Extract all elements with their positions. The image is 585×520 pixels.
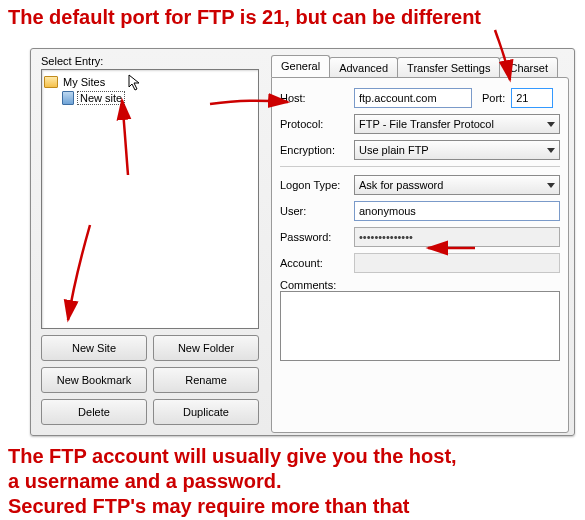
encryption-row: Encryption: Use plain FTP: [280, 140, 560, 160]
host-input[interactable]: [354, 88, 472, 108]
account-input: [354, 253, 560, 273]
button-grid: New Site New Folder New Bookmark Rename …: [41, 335, 259, 425]
tree-root-row[interactable]: My Sites: [44, 74, 256, 90]
server-icon: [62, 91, 74, 105]
encryption-dropdown[interactable]: Use plain FTP: [354, 140, 560, 160]
duplicate-button[interactable]: Duplicate: [153, 399, 259, 425]
new-folder-button[interactable]: New Folder: [153, 335, 259, 361]
user-input[interactable]: [354, 201, 560, 221]
site-manager-dialog: Select Entry: My Sites New site New Site…: [30, 48, 575, 436]
account-row: Account:: [280, 253, 560, 273]
folder-icon: [44, 76, 58, 88]
left-panel: Select Entry: My Sites New site New Site…: [41, 55, 259, 425]
tab-strip: General Advanced Transfer Settings Chars…: [271, 55, 569, 77]
comments-label: Comments:: [280, 279, 560, 291]
host-label: Host:: [280, 92, 348, 104]
right-panel: General Advanced Transfer Settings Chars…: [271, 55, 569, 433]
tree-child-label: New site: [77, 91, 125, 105]
user-label: User:: [280, 205, 348, 217]
tab-advanced[interactable]: Advanced: [329, 57, 398, 77]
password-input[interactable]: [354, 227, 560, 247]
tab-charset[interactable]: Charset: [499, 57, 558, 77]
protocol-dropdown[interactable]: FTP - File Transfer Protocol: [354, 114, 560, 134]
protocol-row: Protocol: FTP - File Transfer Protocol: [280, 114, 560, 134]
annotation-bottom-line2: a username and a password.: [8, 469, 577, 494]
encryption-label: Encryption:: [280, 144, 348, 156]
tree-root-label: My Sites: [61, 76, 107, 88]
user-row: User:: [280, 201, 560, 221]
port-label: Port:: [482, 92, 505, 104]
entry-tree[interactable]: My Sites New site: [41, 69, 259, 329]
annotation-bottom: The FTP account will usually give you th…: [0, 440, 585, 520]
tree-child-row[interactable]: New site: [62, 90, 256, 106]
password-label: Password:: [280, 231, 348, 243]
protocol-label: Protocol:: [280, 118, 348, 130]
new-site-button[interactable]: New Site: [41, 335, 147, 361]
annotation-bottom-line3: Secured FTP's may require more than that: [8, 494, 577, 519]
logon-type-dropdown[interactable]: Ask for password: [354, 175, 560, 195]
logon-type-label: Logon Type:: [280, 179, 348, 191]
password-row: Password:: [280, 227, 560, 247]
annotation-bottom-line1: The FTP account will usually give you th…: [8, 444, 577, 469]
tab-transfer-settings[interactable]: Transfer Settings: [397, 57, 500, 77]
divider: [280, 166, 560, 167]
port-input[interactable]: [511, 88, 553, 108]
host-row: Host: Port:: [280, 88, 560, 108]
tab-general-body: Host: Port: Protocol: FTP - File Transfe…: [271, 77, 569, 433]
delete-button[interactable]: Delete: [41, 399, 147, 425]
annotation-top: The default port for FTP is 21, but can …: [0, 0, 585, 29]
rename-button[interactable]: Rename: [153, 367, 259, 393]
logon-type-row: Logon Type: Ask for password: [280, 175, 560, 195]
new-bookmark-button[interactable]: New Bookmark: [41, 367, 147, 393]
account-label: Account:: [280, 257, 348, 269]
comments-textarea[interactable]: [280, 291, 560, 361]
select-entry-label: Select Entry:: [41, 55, 259, 67]
tab-general[interactable]: General: [271, 55, 330, 77]
